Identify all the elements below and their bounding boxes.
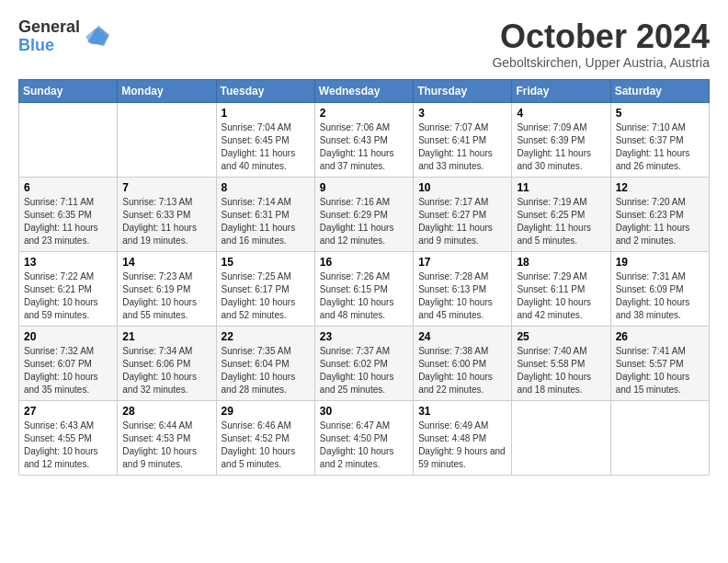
day-number: 24 (418, 330, 506, 343)
day-number: 15 (222, 256, 310, 269)
day-info: Sunrise: 7:06 AM Sunset: 6:43 PM Dayligh… (320, 121, 408, 173)
day-number: 28 (122, 405, 210, 418)
day-number: 19 (616, 256, 704, 269)
day-number: 5 (616, 107, 704, 120)
day-number: 7 (122, 181, 210, 194)
day-info: Sunrise: 6:47 AM Sunset: 4:50 PM Dayligh… (320, 419, 408, 471)
week-row-5: 27Sunrise: 6:43 AM Sunset: 4:55 PM Dayli… (19, 400, 710, 475)
location-text: Geboltskirchen, Upper Austria, Austria (492, 55, 710, 70)
empty-cell (19, 102, 118, 177)
calendar-day-23: 23Sunrise: 7:37 AM Sunset: 6:02 PM Dayli… (314, 326, 413, 400)
logo-blue-text: Blue (18, 36, 54, 54)
calendar-day-21: 21Sunrise: 7:34 AM Sunset: 6:06 PM Dayli… (118, 326, 216, 400)
day-info: Sunrise: 7:23 AM Sunset: 6:19 PM Dayligh… (122, 270, 210, 322)
day-info: Sunrise: 7:19 AM Sunset: 6:25 PM Dayligh… (517, 196, 605, 247)
calendar-day-17: 17Sunrise: 7:28 AM Sunset: 6:13 PM Dayli… (414, 251, 512, 326)
calendar-day-30: 30Sunrise: 6:47 AM Sunset: 4:50 PM Dayli… (314, 400, 413, 475)
calendar-table: SundayMondayTuesdayWednesdayThursdayFrid… (18, 79, 710, 476)
page-header: General Blue October 2024 Geboltskirchen… (18, 18, 710, 70)
weekday-header-friday: Friday (512, 79, 610, 102)
day-info: Sunrise: 6:46 AM Sunset: 4:52 PM Dayligh… (222, 419, 310, 471)
weekday-header-row: SundayMondayTuesdayWednesdayThursdayFrid… (19, 79, 710, 102)
calendar-day-18: 18Sunrise: 7:29 AM Sunset: 6:11 PM Dayli… (512, 251, 610, 326)
calendar-day-7: 7Sunrise: 7:13 AM Sunset: 6:33 PM Daylig… (118, 177, 216, 251)
empty-cell (118, 102, 216, 177)
day-info: Sunrise: 7:40 AM Sunset: 5:58 PM Dayligh… (517, 345, 605, 396)
calendar-day-3: 3Sunrise: 7:07 AM Sunset: 6:41 PM Daylig… (414, 102, 512, 177)
day-info: Sunrise: 7:28 AM Sunset: 6:13 PM Dayligh… (418, 270, 506, 322)
month-title: October 2024 (492, 18, 710, 55)
day-info: Sunrise: 7:10 AM Sunset: 6:37 PM Dayligh… (616, 121, 704, 173)
week-row-4: 20Sunrise: 7:32 AM Sunset: 6:07 PM Dayli… (19, 326, 710, 400)
day-info: Sunrise: 7:13 AM Sunset: 6:33 PM Dayligh… (122, 196, 210, 247)
day-number: 20 (24, 330, 112, 343)
day-number: 27 (24, 405, 112, 418)
day-number: 18 (517, 256, 605, 269)
logo: General Blue (18, 18, 109, 55)
day-info: Sunrise: 7:34 AM Sunset: 6:06 PM Dayligh… (122, 345, 210, 396)
day-number: 29 (222, 405, 310, 418)
logo-icon (84, 24, 109, 50)
calendar-day-29: 29Sunrise: 6:46 AM Sunset: 4:52 PM Dayli… (216, 400, 314, 475)
day-info: Sunrise: 7:37 AM Sunset: 6:02 PM Dayligh… (320, 345, 408, 396)
day-info: Sunrise: 7:04 AM Sunset: 6:45 PM Dayligh… (222, 121, 310, 173)
day-info: Sunrise: 7:14 AM Sunset: 6:31 PM Dayligh… (222, 196, 310, 247)
day-number: 30 (320, 405, 408, 418)
day-info: Sunrise: 6:43 AM Sunset: 4:55 PM Dayligh… (24, 419, 112, 471)
calendar-day-5: 5Sunrise: 7:10 AM Sunset: 6:37 PM Daylig… (610, 102, 709, 177)
day-info: Sunrise: 7:20 AM Sunset: 6:23 PM Dayligh… (616, 196, 704, 247)
day-info: Sunrise: 7:22 AM Sunset: 6:21 PM Dayligh… (24, 270, 112, 322)
calendar-day-11: 11Sunrise: 7:19 AM Sunset: 6:25 PM Dayli… (512, 177, 610, 251)
day-info: Sunrise: 7:16 AM Sunset: 6:29 PM Dayligh… (320, 196, 408, 247)
weekday-header-tuesday: Tuesday (216, 79, 314, 102)
day-number: 13 (24, 256, 112, 269)
calendar-day-8: 8Sunrise: 7:14 AM Sunset: 6:31 PM Daylig… (216, 177, 314, 251)
calendar-day-10: 10Sunrise: 7:17 AM Sunset: 6:27 PM Dayli… (414, 177, 512, 251)
calendar-day-15: 15Sunrise: 7:25 AM Sunset: 6:17 PM Dayli… (216, 251, 314, 326)
calendar-day-20: 20Sunrise: 7:32 AM Sunset: 6:07 PM Dayli… (19, 326, 118, 400)
day-info: Sunrise: 7:41 AM Sunset: 5:57 PM Dayligh… (616, 345, 704, 396)
calendar-day-4: 4Sunrise: 7:09 AM Sunset: 6:39 PM Daylig… (512, 102, 610, 177)
day-number: 12 (616, 181, 704, 194)
day-number: 23 (320, 330, 408, 343)
day-info: Sunrise: 7:17 AM Sunset: 6:27 PM Dayligh… (418, 196, 506, 247)
day-info: Sunrise: 7:07 AM Sunset: 6:41 PM Dayligh… (418, 121, 506, 173)
calendar-day-9: 9Sunrise: 7:16 AM Sunset: 6:29 PM Daylig… (314, 177, 413, 251)
day-info: Sunrise: 7:31 AM Sunset: 6:09 PM Dayligh… (616, 270, 704, 322)
week-row-1: 1Sunrise: 7:04 AM Sunset: 6:45 PM Daylig… (19, 102, 710, 177)
day-number: 21 (122, 330, 210, 343)
day-number: 25 (517, 330, 605, 343)
calendar-day-1: 1Sunrise: 7:04 AM Sunset: 6:45 PM Daylig… (216, 102, 314, 177)
week-row-2: 6Sunrise: 7:11 AM Sunset: 6:35 PM Daylig… (19, 177, 710, 251)
empty-cell (610, 400, 709, 475)
weekday-header-monday: Monday (118, 79, 216, 102)
calendar-day-27: 27Sunrise: 6:43 AM Sunset: 4:55 PM Dayli… (19, 400, 118, 475)
day-number: 2 (320, 107, 408, 120)
day-info: Sunrise: 7:35 AM Sunset: 6:04 PM Dayligh… (222, 345, 310, 396)
day-number: 22 (222, 330, 310, 343)
calendar-day-14: 14Sunrise: 7:23 AM Sunset: 6:19 PM Dayli… (118, 251, 216, 326)
calendar-day-2: 2Sunrise: 7:06 AM Sunset: 6:43 PM Daylig… (314, 102, 413, 177)
day-info: Sunrise: 7:09 AM Sunset: 6:39 PM Dayligh… (517, 121, 605, 173)
weekday-header-thursday: Thursday (414, 79, 512, 102)
day-number: 14 (122, 256, 210, 269)
day-info: Sunrise: 6:49 AM Sunset: 4:48 PM Dayligh… (418, 419, 506, 471)
calendar-day-6: 6Sunrise: 7:11 AM Sunset: 6:35 PM Daylig… (19, 177, 118, 251)
day-number: 4 (517, 107, 605, 120)
calendar-day-19: 19Sunrise: 7:31 AM Sunset: 6:09 PM Dayli… (610, 251, 709, 326)
day-info: Sunrise: 7:32 AM Sunset: 6:07 PM Dayligh… (24, 345, 112, 396)
calendar-day-16: 16Sunrise: 7:26 AM Sunset: 6:15 PM Dayli… (314, 251, 413, 326)
day-number: 11 (517, 181, 605, 194)
day-info: Sunrise: 7:11 AM Sunset: 6:35 PM Dayligh… (24, 196, 112, 247)
calendar-day-25: 25Sunrise: 7:40 AM Sunset: 5:58 PM Dayli… (512, 326, 610, 400)
day-number: 3 (418, 107, 506, 120)
week-row-3: 13Sunrise: 7:22 AM Sunset: 6:21 PM Dayli… (19, 251, 710, 326)
day-info: Sunrise: 7:29 AM Sunset: 6:11 PM Dayligh… (517, 270, 605, 322)
logo-general-text: General (18, 17, 80, 36)
day-number: 1 (222, 107, 310, 120)
title-area: October 2024 Geboltskirchen, Upper Austr… (492, 18, 710, 70)
calendar-day-31: 31Sunrise: 6:49 AM Sunset: 4:48 PM Dayli… (414, 400, 512, 475)
day-info: Sunrise: 7:38 AM Sunset: 6:00 PM Dayligh… (418, 345, 506, 396)
day-number: 10 (418, 181, 506, 194)
day-number: 9 (320, 181, 408, 194)
